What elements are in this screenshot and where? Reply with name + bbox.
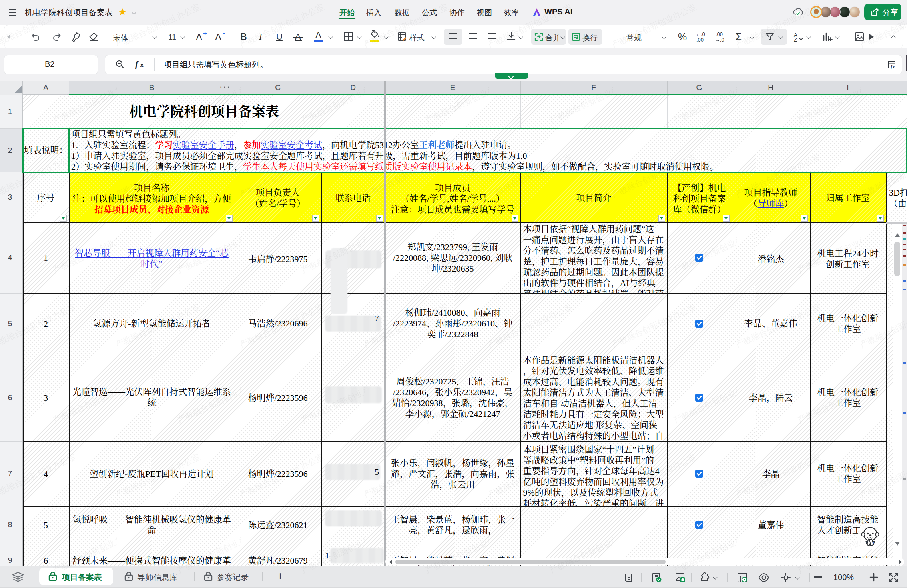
svg-text:Z: Z (794, 37, 797, 42)
svg-text:fx: fx (891, 64, 895, 69)
